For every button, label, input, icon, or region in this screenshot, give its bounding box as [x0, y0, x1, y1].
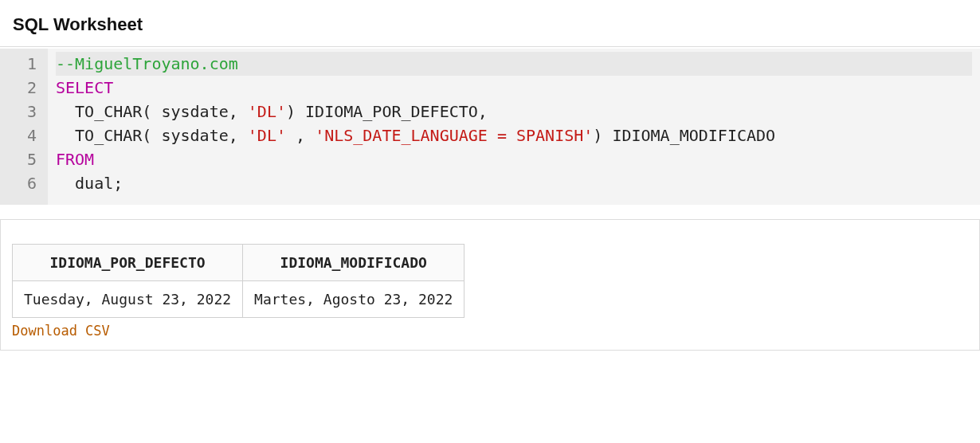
line-number: 4 — [11, 123, 37, 147]
code-line[interactable]: SELECT — [56, 76, 972, 100]
code-token: , — [286, 126, 315, 145]
code-token: ) IDIOMA_POR_DEFECTO, — [286, 102, 488, 121]
line-number: 5 — [11, 147, 37, 171]
table-cell: Tuesday, August 23, 2022 — [13, 281, 243, 318]
line-gutter: 123456 — [0, 49, 48, 205]
code-line[interactable]: TO_CHAR( sysdate, 'DL') IDIOMA_POR_DEFEC… — [56, 100, 972, 123]
code-token: TO_CHAR( sysdate, — [56, 102, 248, 121]
line-number: 3 — [11, 100, 37, 123]
header-divider — [0, 46, 980, 47]
code-area[interactable]: --MiguelTroyano.comSELECT TO_CHAR( sysda… — [48, 49, 980, 205]
code-token: SELECT — [56, 78, 113, 97]
code-line[interactable]: TO_CHAR( sysdate, 'DL' , 'NLS_DATE_LANGU… — [56, 123, 972, 147]
code-token: 'DL' — [248, 126, 286, 145]
code-token: dual; — [56, 174, 123, 193]
results-header-row: IDIOMA_POR_DEFECTOIDIOMA_MODIFICADO — [13, 245, 465, 281]
code-token: ) IDIOMA_MODIFICADO — [593, 126, 775, 145]
results-table: IDIOMA_POR_DEFECTOIDIOMA_MODIFICADO Tues… — [12, 244, 465, 318]
download-csv-link[interactable]: Download CSV — [12, 323, 110, 339]
table-row: Tuesday, August 23, 2022Martes, Agosto 2… — [13, 281, 465, 318]
code-token: FROM — [56, 150, 94, 169]
code-line[interactable]: --MiguelTroyano.com — [56, 52, 972, 76]
code-token: 'NLS_DATE_LANGUAGE = SPANISH' — [315, 126, 593, 145]
sql-editor[interactable]: 123456 --MiguelTroyano.comSELECT TO_CHAR… — [0, 49, 980, 205]
line-number: 1 — [11, 52, 37, 76]
code-line[interactable]: dual; — [56, 171, 972, 195]
code-token: --MiguelTroyano.com — [56, 54, 238, 73]
table-cell: Martes, Agosto 23, 2022 — [243, 281, 465, 318]
line-number: 6 — [11, 171, 37, 195]
code-line[interactable]: FROM — [56, 147, 972, 171]
column-header: IDIOMA_MODIFICADO — [243, 245, 465, 281]
code-token: TO_CHAR( sysdate, — [56, 126, 248, 145]
line-number: 2 — [11, 76, 37, 100]
page-title: SQL Worksheet — [13, 14, 967, 35]
results-panel: IDIOMA_POR_DEFECTOIDIOMA_MODIFICADO Tues… — [0, 219, 980, 351]
worksheet-header: SQL Worksheet — [0, 0, 980, 46]
code-token: 'DL' — [248, 102, 286, 121]
column-header: IDIOMA_POR_DEFECTO — [13, 245, 243, 281]
